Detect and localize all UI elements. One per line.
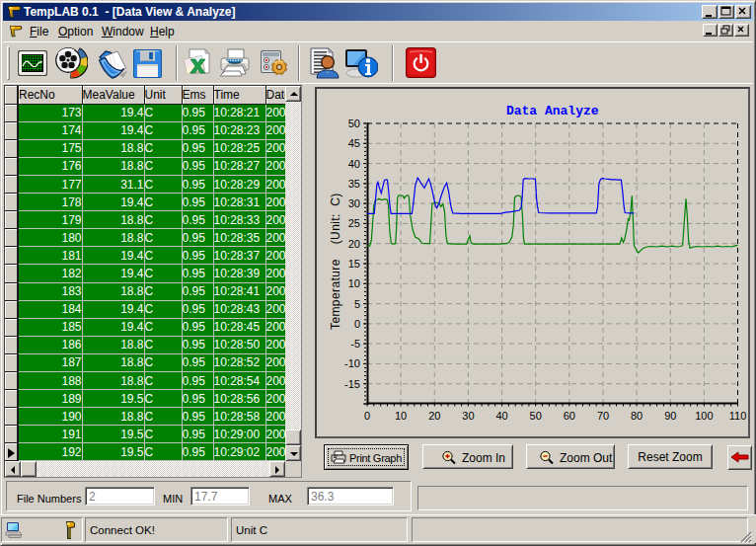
svg-text:0: 0 [364, 410, 370, 422]
svg-text:Data Analyze: Data Analyze [506, 104, 599, 118]
svg-text:60: 60 [564, 410, 575, 422]
svg-text:110: 110 [729, 410, 747, 422]
svg-text:50: 50 [348, 117, 360, 129]
svg-text:-5: -5 [350, 338, 360, 350]
svg-text:100: 100 [695, 410, 713, 422]
svg-text:90: 90 [664, 410, 676, 422]
svg-text:30: 30 [348, 197, 360, 209]
svg-text:10: 10 [395, 410, 407, 422]
svg-text:15: 15 [348, 258, 360, 270]
svg-text:0: 0 [354, 318, 360, 330]
svg-text:30: 30 [462, 410, 474, 422]
svg-text:25: 25 [348, 217, 360, 229]
svg-text:-15: -15 [344, 378, 360, 390]
svg-text:80: 80 [631, 410, 643, 422]
svg-text:35: 35 [348, 178, 360, 190]
svg-text:5: 5 [354, 298, 360, 310]
svg-text:10: 10 [348, 277, 360, 289]
svg-text:-10: -10 [344, 357, 360, 369]
svg-text:70: 70 [597, 410, 609, 422]
svg-text:20: 20 [348, 238, 360, 250]
svg-text:40: 40 [495, 410, 507, 422]
svg-text:50: 50 [530, 410, 542, 422]
svg-text:Temperature (Unit: C): Temperature (Unit: C) [329, 193, 342, 330]
svg-text:45: 45 [348, 137, 360, 149]
svg-text:40: 40 [348, 158, 360, 170]
svg-text:20: 20 [428, 410, 440, 422]
